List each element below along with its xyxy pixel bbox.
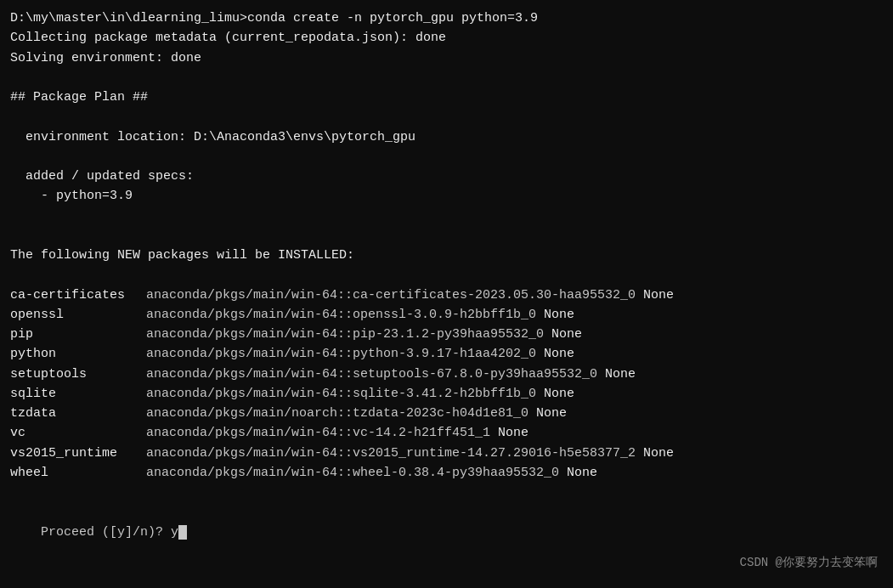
package-none: None: [544, 308, 574, 322]
package-row: pipanaconda/pkgs/main/win-64::pip-23.1.2…: [10, 325, 883, 344]
empty-line-2: [10, 107, 883, 127]
cursor: [178, 525, 187, 540]
watermark: CSDN @你要努力去变笨啊: [740, 554, 878, 573]
package-none: None: [551, 327, 582, 342]
package-value: anaconda/pkgs/main/win-64::wheel-0.38.4-…: [146, 466, 567, 480]
package-none: None: [536, 406, 567, 421]
package-name: wheel: [10, 463, 146, 483]
package-row: opensslanaconda/pkgs/main/win-64::openss…: [10, 305, 883, 325]
package-row: pythonanaconda/pkgs/main/win-64::python-…: [10, 344, 883, 364]
package-none: None: [643, 446, 674, 461]
package-value: anaconda/pkgs/main/win-64::setuptools-67…: [146, 367, 605, 382]
package-row: setuptoolsanaconda/pkgs/main/win-64::set…: [10, 365, 883, 384]
package-row: ca-certificatesanaconda/pkgs/main/win-64…: [10, 286, 883, 305]
package-none: None: [605, 367, 636, 382]
proceed-prompt[interactable]: Proceed ([y]/n)? y: [10, 502, 883, 562]
package-name: python: [10, 344, 146, 364]
package-name: vc: [10, 423, 146, 443]
terminal-window: D:\my\master\in\dlearning_limu>conda cre…: [0, 0, 893, 588]
package-name: vs2015_runtime: [10, 444, 146, 463]
solving-line: Solving environment: done: [10, 48, 883, 68]
empty-line-1: [10, 68, 883, 88]
package-row: vs2015_runtimeanaconda/pkgs/main/win-64:…: [10, 444, 883, 463]
package-row: tzdataanaconda/pkgs/main/noarch::tzdata-…: [10, 404, 883, 423]
package-row: sqliteanaconda/pkgs/main/win-64::sqlite-…: [10, 384, 883, 404]
package-none: None: [544, 387, 574, 401]
python-spec-line: - python=3.9: [10, 186, 883, 206]
package-none: None: [498, 426, 528, 440]
package-value: anaconda/pkgs/main/win-64::python-3.9.17…: [146, 347, 544, 361]
package-none: None: [643, 288, 674, 302]
command-line: D:\my\master\in\dlearning_limu>conda cre…: [10, 8, 883, 28]
added-specs-line: added / updated specs:: [10, 167, 883, 186]
package-row: vcanaconda/pkgs/main/win-64::vc-14.2-h21…: [10, 423, 883, 443]
env-location-line: environment location: D:\Anaconda3\envs\…: [10, 127, 883, 147]
package-none: None: [567, 466, 597, 480]
empty-line-4: [10, 206, 883, 226]
package-value: anaconda/pkgs/main/win-64::pip-23.1.2-py…: [146, 327, 551, 342]
package-name: sqlite: [10, 384, 146, 404]
package-row: wheelanaconda/pkgs/main/win-64::wheel-0.…: [10, 463, 883, 483]
package-name: ca-certificates: [10, 286, 146, 305]
package-list: ca-certificatesanaconda/pkgs/main/win-64…: [10, 286, 883, 483]
new-packages-header: The following NEW packages will be INSTA…: [10, 246, 883, 265]
package-name: setuptools: [10, 365, 146, 384]
package-value: anaconda/pkgs/main/win-64::vc-14.2-h21ff…: [146, 426, 498, 440]
package-plan-header: ## Package Plan ##: [10, 88, 883, 107]
package-name: pip: [10, 325, 146, 344]
empty-line-3: [10, 147, 883, 167]
package-value: anaconda/pkgs/main/win-64::vs2015_runtim…: [146, 446, 643, 461]
proceed-text: Proceed ([y]/n)? y: [41, 525, 178, 540]
collecting-line: Collecting package metadata (current_rep…: [10, 28, 883, 48]
package-none: None: [544, 347, 574, 361]
empty-line-5: [10, 226, 883, 246]
package-name: openssl: [10, 305, 146, 325]
package-value: anaconda/pkgs/main/noarch::tzdata-2023c-…: [146, 406, 536, 421]
empty-line-6: [10, 265, 883, 285]
package-value: anaconda/pkgs/main/win-64::openssl-3.0.9…: [146, 308, 544, 322]
empty-line-7: [10, 483, 883, 502]
package-value: anaconda/pkgs/main/win-64::sqlite-3.41.2…: [146, 387, 544, 401]
package-value: anaconda/pkgs/main/win-64::ca-certificat…: [146, 288, 643, 302]
package-name: tzdata: [10, 404, 146, 423]
